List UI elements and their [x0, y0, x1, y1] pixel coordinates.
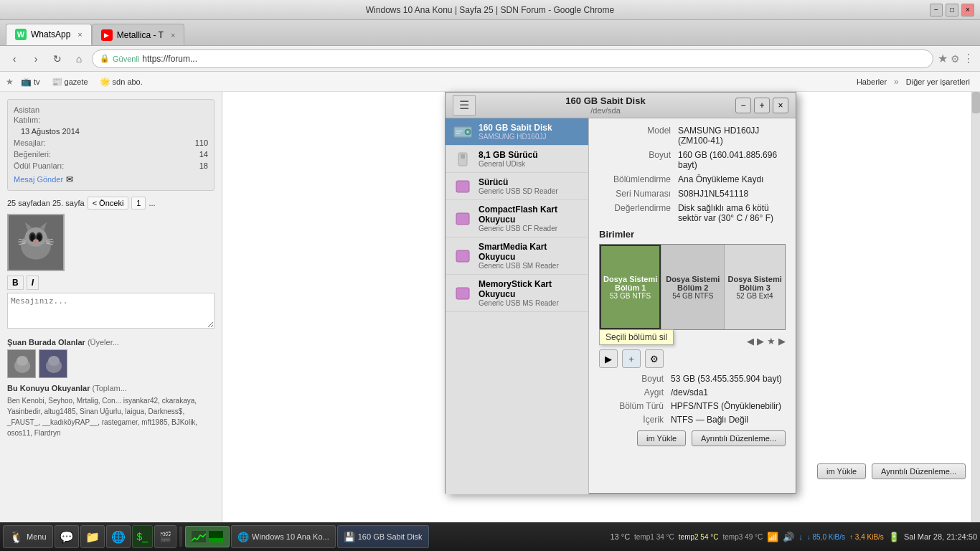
forum-load-btn[interactable]: im Yükle	[817, 463, 866, 479]
prev-page-btn[interactable]: < Önceki	[88, 197, 129, 209]
scrollbar-thumb[interactable]	[972, 92, 980, 113]
du-partition-3[interactable]: Dosya SistemiBölüm 3 52 GB Ext4	[724, 245, 785, 329]
clock-datetime: Sal Mar 28, 21:24:50	[904, 532, 977, 541]
du-part1-size: 53 GB NTFS	[610, 292, 651, 300]
du-close-btn[interactable]: ×	[773, 98, 788, 113]
extensions-icon[interactable]: ⚙	[951, 53, 960, 65]
du-add-btn[interactable]: +	[622, 349, 641, 368]
points-label: Ödül Puanları:	[14, 161, 64, 170]
du-device-ms[interactable]: MemoryStick Kart Okuyucu Generic USB MS …	[446, 275, 588, 312]
du-units-title: Birimler	[599, 229, 786, 240]
du-assessment-label: Değerlendirme	[599, 203, 678, 223]
delete-partition-tooltip: Seçili bölümü sil	[599, 329, 674, 345]
maximize-btn[interactable]: □	[946, 4, 958, 17]
du-minimize-btn[interactable]: −	[735, 98, 751, 113]
ms-reader-icon	[453, 286, 473, 301]
du-device-main-hdd[interactable]: 160 GB Sabit Disk SAMSUNG HD160JJ	[446, 118, 588, 146]
svg-rect-31	[456, 213, 469, 225]
du-play-btn[interactable]: ▶	[599, 349, 618, 368]
du-detailed-edit-btn[interactable]: Ayrıntılı Düzenleme...	[692, 430, 786, 446]
du-model-label: Model	[599, 126, 678, 146]
page-num-btn[interactable]: 1	[131, 197, 146, 209]
du-sel-device-row: Aygıt /dev/sda1	[599, 387, 786, 397]
cf-reader-icon	[453, 211, 473, 227]
partition-play-icon[interactable]: ▶	[778, 336, 786, 347]
svg-rect-34	[209, 538, 223, 542]
tab-whatsapp[interactable]: W WhatsApp ×	[6, 24, 92, 45]
partition-next-icon[interactable]: ▶	[757, 336, 764, 347]
du-sel-type-label: Bölüm Türü	[599, 401, 671, 411]
du-assessment-value: Disk sağlıklı ama 6 kötü sektör var (30°…	[678, 203, 786, 223]
readers-list: Ben Kenobi, Seyhoo, Mrtalig, Con... isya…	[7, 395, 215, 438]
bookmarks-bar: ★ 📺 tv 📰 gazete 🌟 sdn abo. Haberler » Di…	[0, 72, 980, 92]
taskbar-start-btn[interactable]: 🐧 Menu	[3, 525, 53, 548]
du-sel-type-value: HPFS/NTFS (Önyüklenebilir)	[671, 401, 781, 411]
du-sd-sub: Generic USB SD Reader	[479, 187, 558, 195]
tab-metallica[interactable]: ▶ Metallica - T ×	[92, 24, 185, 45]
du-device-usb1[interactable]: 8,1 GB Sürücü General UDisk	[446, 146, 588, 173]
du-load-btn[interactable]: im Yükle	[637, 430, 686, 446]
du-sm-sub: Generic USB SM Reader	[479, 262, 581, 270]
italic-btn[interactable]: I	[27, 276, 39, 290]
minimize-btn[interactable]: −	[930, 4, 943, 17]
tab-close-whatsapp[interactable]: ×	[77, 30, 82, 39]
back-btn[interactable]: ‹	[6, 50, 23, 67]
menu-icon[interactable]: ⋮	[963, 52, 974, 65]
forum-action-btns: im Yükle Ayrıntılı Düzenleme...	[817, 463, 966, 479]
bookmark-gazete[interactable]: 📰 gazete	[47, 75, 93, 88]
reply-input[interactable]	[7, 293, 215, 329]
bold-btn[interactable]: B	[7, 276, 24, 290]
du-model-value: SAMSUNG HD160JJ (ZM100-41)	[678, 126, 786, 146]
du-device-sm[interactable]: SmartMedia Kart Okuyucu Generic USB SM R…	[446, 237, 588, 275]
du-partition-value: Ana Önyükleme Kaydı	[678, 174, 763, 184]
taskbar-terminal-btn[interactable]: $_	[132, 525, 154, 548]
home-btn[interactable]: ⌂	[70, 50, 88, 67]
forum-edit-btn[interactable]: Ayrıntılı Düzenleme...	[872, 463, 966, 479]
du-content: 160 GB Sabit Disk SAMSUNG HD160JJ 8,1 GB…	[446, 118, 796, 494]
du-main-hdd-name: 160 GB Sabit Disk	[479, 123, 552, 133]
forward-btn[interactable]: ›	[27, 50, 44, 67]
du-maximize-btn[interactable]: +	[754, 98, 770, 113]
tab-bar: W WhatsApp × ▶ Metallica - T ×	[0, 20, 980, 46]
taskbar-files-btn[interactable]: 📁	[80, 525, 105, 548]
send-message-btn[interactable]: Mesaj Gönder ✉	[14, 174, 208, 184]
taskbar-disk-btn[interactable]: 💾 160 GB Sabit Disk	[337, 525, 429, 548]
du-main-hdd-sub: SAMSUNG HD160JJ	[479, 133, 552, 141]
bookmark-sdn[interactable]: 🌟 sdn abo.	[95, 75, 147, 88]
bookmark-more-icon[interactable]: »	[894, 77, 899, 87]
reload-btn[interactable]: ↻	[49, 50, 66, 67]
taskbar-media-btn[interactable]: 🎬	[154, 525, 176, 548]
du-settings-btn[interactable]: ⚙	[645, 349, 664, 368]
taskbar-chrome-btn[interactable]: 🌐	[106, 525, 131, 548]
du-assessment-row: Değerlendirme Disk sağlıklı ama 6 kötü s…	[599, 203, 786, 223]
scrollbar[interactable]	[971, 92, 980, 522]
close-btn[interactable]: ×	[961, 4, 974, 17]
chrome-icon: 🌐	[111, 530, 126, 544]
du-ms-sub: Generic USB MS Reader	[479, 299, 581, 307]
window-controls: − □ ×	[930, 4, 974, 17]
network-up-icon: ↓	[798, 532, 803, 541]
system-tray: 13 °C temp1 34 °C temp2 54 °C temp3 49 °…	[610, 532, 977, 542]
cpu-graph-mini	[192, 531, 206, 542]
bookmark-star-icon[interactable]: ★	[938, 52, 948, 65]
du-partition-2[interactable]: Dosya SistemiBölüm 2 54 GB NTFS	[661, 245, 724, 329]
du-partition-1[interactable]: Dosya SistemiBölüm 1 53 GB NTFS	[600, 245, 661, 329]
du-device-cf[interactable]: CompactFlash Kart Okuyucu Generic USB CF…	[446, 200, 588, 237]
du-window-btns: − + ×	[735, 98, 788, 113]
tab-close-metallica[interactable]: ×	[171, 31, 175, 39]
du-device-sd[interactable]: Sürücü Generic USB SD Reader	[446, 173, 588, 200]
partition-star-icon[interactable]: ★	[767, 336, 776, 347]
bookmark-diger[interactable]: Diğer yer işaretleri	[902, 76, 974, 88]
tab-metallica-label: Metallica - T	[117, 30, 164, 40]
du-cf-name: CompactFlash Kart Okuyucu	[479, 204, 581, 225]
taskbar-win10-btn[interactable]: 🌐 Windows 10 Ana Ko...	[231, 525, 336, 548]
du-menu-btn[interactable]: ☰	[453, 95, 476, 116]
partition-prev-icon[interactable]: ◀	[747, 336, 754, 347]
bookmark-haberler[interactable]: Haberler	[852, 76, 891, 88]
tooltip-text: Seçili bölümü sil	[606, 332, 667, 342]
du-right-panel: Model SAMSUNG HD160JJ (ZM100-41) Boyut 1…	[589, 118, 796, 494]
address-bar[interactable]: 🔒 Güvenli https://forum...	[92, 50, 933, 68]
taskbar-skype-btn[interactable]: 💬	[55, 525, 79, 548]
bookmark-tv[interactable]: 📺 tv	[17, 75, 44, 88]
taskbar: 🐧 Menu 💬 📁 🌐 $_ 🎬 🌐 Windows 10 Ana	[0, 522, 980, 551]
